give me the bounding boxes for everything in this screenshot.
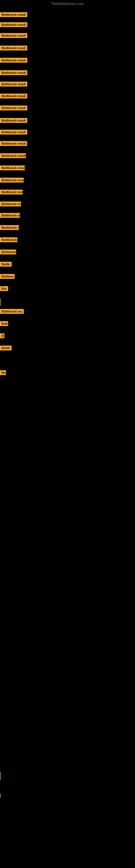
bottleneck-badge: Bottleneck res [0, 309, 24, 314]
vertical-line [0, 299, 1, 306]
site-title: TheBottlenecker.com [0, 0, 135, 7]
bottleneck-badge: Bottleneck result [0, 130, 27, 134]
bottleneck-badge: Bottleneck result [0, 58, 27, 63]
vertical-line [0, 794, 1, 798]
bottleneck-badge: Bottleneck result [0, 165, 25, 170]
bottleneck-badge: Bottleneck result [0, 153, 26, 158]
bottleneck-badge: Bottleneck re [0, 237, 17, 242]
bottleneck-badge: Bottleneck res [0, 202, 21, 207]
bottleneck-badge: Bottleneck result [0, 70, 27, 75]
bottleneck-badge: Bottleneck result [0, 33, 27, 38]
bottleneck-badge: Bo [0, 370, 6, 375]
bottleneck-badge: Bottleneck result [0, 12, 27, 17]
bottleneck-badge: Bottleneck res [0, 213, 20, 218]
bottleneck-badge: Bottleneck [0, 250, 16, 254]
bottleneck-badge: Bott [0, 321, 8, 326]
bottleneck-badge: B [0, 333, 4, 338]
bottleneck-badge: Bottleneck result [0, 178, 24, 183]
bottleneck-badge: Bottleneck res [0, 225, 19, 230]
bottleneck-badge: Bottleneck result [0, 82, 27, 87]
bottleneck-badge: Bottleneck result [0, 190, 23, 194]
vertical-line [0, 772, 1, 780]
bottleneck-badge: Bottle [0, 346, 12, 350]
bottleneck-badge: Bottlene [0, 274, 14, 279]
bottleneck-badge: Bottleneck result [0, 45, 27, 51]
bottleneck-badge: Bottleneck result [0, 105, 27, 111]
bottleneck-badge: Bottleneck result [0, 141, 27, 146]
bottleneck-badge: Bottleneck result [0, 118, 27, 123]
bottleneck-badge: Bottleneck result [0, 94, 27, 98]
bottleneck-badge: Bottleneck result [0, 22, 27, 27]
bottleneck-badge: Bot [0, 286, 8, 291]
bottleneck-badge: Bottle [0, 262, 12, 267]
